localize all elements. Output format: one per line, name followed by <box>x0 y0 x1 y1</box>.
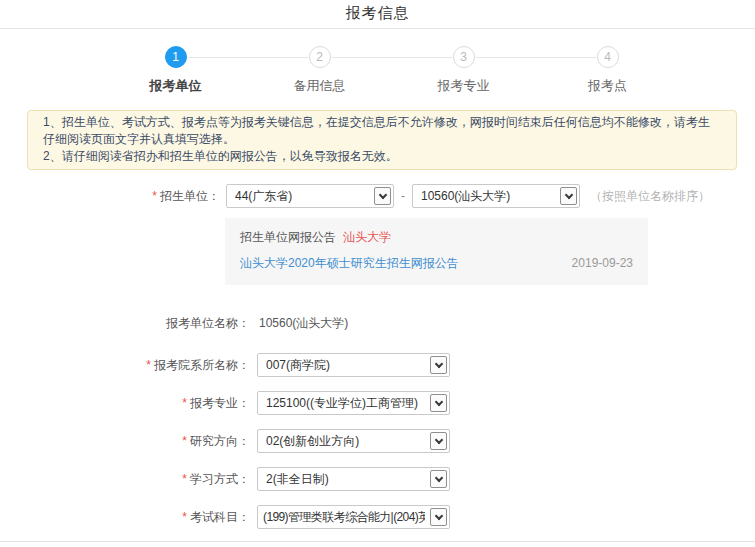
announcement-unit-name: 汕头大学 <box>343 230 391 244</box>
research-direction-label: * 研究方向： <box>0 433 250 450</box>
chevron-down-icon <box>430 356 447 374</box>
notice-box: 1、招生单位、考试方式、报考点等为报考关键信息，在提交信息后不允许修改，网报时间… <box>27 110 737 170</box>
exam-subjects-select[interactable]: (199)管理类联考综合能力|(204)英语二|(-)无 <box>257 505 450 529</box>
department-select[interactable]: 007(商学院) <box>257 353 450 377</box>
step-2-circle: 2 <box>309 46 331 68</box>
step-connector <box>476 57 596 58</box>
chevron-down-icon <box>430 394 447 412</box>
study-mode-select[interactable]: 2(非全日制) <box>257 467 450 491</box>
unit-select[interactable]: 10560(汕头大学) <box>412 184 580 208</box>
chevron-down-icon <box>430 470 447 488</box>
step-1-label: 报考单位 <box>150 77 202 95</box>
announcement-item: 汕头大学2020年硕士研究生招生网报公告 2019-09-23 <box>240 255 633 272</box>
step-3-label: 报考专业 <box>438 77 490 95</box>
step-4-circle: 4 <box>597 46 619 68</box>
step-3-major[interactable]: 3 报考专业 <box>452 46 476 95</box>
unit-name-label: 报考单位名称： <box>0 315 250 332</box>
major-label: * 报考专业： <box>0 395 250 412</box>
recruit-unit-label: * 招生单位： <box>0 188 220 205</box>
required-marker: * <box>182 396 187 410</box>
exam-subjects-row: * 考试科目： (199)管理类联考综合能力|(204)英语二|(-)无 <box>0 505 755 529</box>
step-connector <box>332 57 452 58</box>
chevron-down-icon <box>430 432 447 450</box>
unit-name-value: 10560(汕头大学) <box>259 315 348 332</box>
application-info-page: 报考信息 1 报考单位 2 备用信息 3 报考专业 4 报考点 1、招生单位、考… <box>0 0 755 547</box>
required-marker: * <box>152 189 157 203</box>
step-connector <box>188 57 308 58</box>
announcement-heading-row: 招生单位网报公告 汕头大学 <box>240 229 633 246</box>
chevron-down-icon <box>430 508 447 526</box>
announcement-heading: 招生单位网报公告 <box>240 230 336 244</box>
step-1-recruit-unit[interactable]: 1 报考单位 <box>164 46 188 95</box>
notice-line-2: 2、请仔细阅读省招办和招生单位的网报公告，以免导致报名无效。 <box>43 148 721 165</box>
department-label: * 报考院系所名称： <box>0 357 250 374</box>
province-select[interactable]: 44(广东省) <box>226 184 394 208</box>
exam-subjects-label: * 考试科目： <box>0 509 250 526</box>
step-indicator: 1 报考单位 2 备用信息 3 报考专业 4 报考点 <box>14 46 755 95</box>
required-marker: * <box>182 434 187 448</box>
step-4-exam-site[interactable]: 4 报考点 <box>596 46 620 95</box>
announcement-date: 2019-09-23 <box>572 256 633 270</box>
page-header: 报考信息 <box>0 0 755 29</box>
sort-hint: （按照单位名称排序） <box>590 188 710 205</box>
announcement-link[interactable]: 汕头大学2020年硕士研究生招生网报公告 <box>240 255 459 272</box>
step-1-circle: 1 <box>165 46 187 68</box>
step-3-circle: 3 <box>453 46 475 68</box>
study-mode-label: * 学习方式： <box>0 471 250 488</box>
required-marker: * <box>182 472 187 486</box>
chevron-down-icon <box>560 187 577 205</box>
announcement-box: 招生单位网报公告 汕头大学 汕头大学2020年硕士研究生招生网报公告 2019-… <box>225 218 648 285</box>
major-select[interactable]: 125100((专业学位)工商管理) <box>257 391 450 415</box>
recruit-unit-row: * 招生单位： 44(广东省) - 10560(汕头大学) （按照单位名称排序） <box>0 184 755 208</box>
department-row: * 报考院系所名称： 007(商学院) <box>0 353 755 377</box>
step-2-backup-info[interactable]: 2 备用信息 <box>308 46 332 95</box>
select-rows: * 报考院系所名称： 007(商学院) * 报考专业： 125100((专业学位… <box>0 353 755 529</box>
research-direction-row: * 研究方向： 02(创新创业方向) <box>0 429 755 453</box>
bottom-divider <box>0 541 755 542</box>
major-row: * 报考专业： 125100((专业学位)工商管理) <box>0 391 755 415</box>
step-4-label: 报考点 <box>588 77 627 95</box>
required-marker: * <box>146 358 151 372</box>
research-direction-select[interactable]: 02(创新创业方向) <box>257 429 450 453</box>
notice-line-1: 1、招生单位、考试方式、报考点等为报考关键信息，在提交信息后不允许修改，网报时间… <box>43 114 721 148</box>
select-separator: - <box>401 189 405 203</box>
page-title: 报考信息 <box>0 0 755 26</box>
chevron-down-icon <box>374 187 391 205</box>
unit-name-row: 报考单位名称： 10560(汕头大学) <box>0 315 755 332</box>
study-mode-row: * 学习方式： 2(非全日制) <box>0 467 755 491</box>
required-marker: * <box>182 510 187 524</box>
step-2-label: 备用信息 <box>294 77 346 95</box>
